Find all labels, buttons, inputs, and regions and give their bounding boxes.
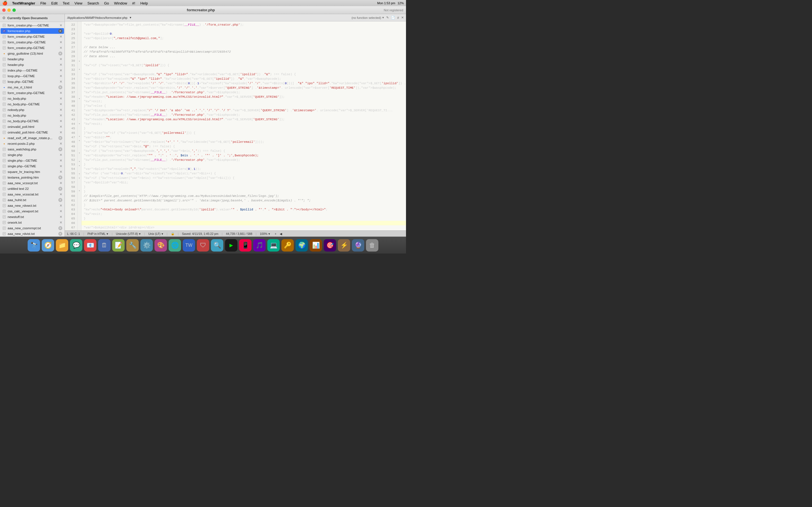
dock-app14[interactable]: 🔍 — [211, 239, 223, 251]
dock-app20[interactable]: 🌍 — [296, 239, 308, 251]
sidebar-item[interactable]: oninvalid_poll.html✕ — [1, 124, 64, 129]
sidebar-item-close[interactable]: ✕ — [59, 192, 62, 196]
sidebar-item[interactable]: aaa_new_vcsscpt.txt✕ — [1, 180, 64, 186]
minimize-button[interactable] — [7, 8, 11, 12]
close-button[interactable] — [2, 8, 6, 12]
go-menu[interactable]: Go — [102, 1, 111, 6]
dock-app22[interactable]: 🎯 — [324, 239, 336, 251]
dock-safari[interactable]: 🧭 — [42, 239, 54, 251]
sidebar-item[interactable]: ●mo_me_rt_t.html✕ — [1, 84, 64, 90]
fold-indicator[interactable]: ▾ — [78, 122, 81, 126]
sidebar-item-close[interactable]: ✕ — [59, 91, 62, 95]
fold-indicator[interactable]: ▾ — [78, 189, 81, 193]
sidebar-item[interactable]: aaa_new_rdvwct.txt✕ — [1, 203, 64, 209]
sidebar-item-close[interactable]: ✕ — [58, 187, 62, 191]
dock-textwrangler[interactable]: TW — [183, 239, 195, 251]
sidebar-item-close[interactable]: ✕ — [58, 147, 62, 151]
dock-app11[interactable]: 🌐 — [168, 239, 181, 251]
hash-menu[interactable]: #! — [130, 1, 138, 6]
sidebar-item-close[interactable]: ✕ — [58, 175, 62, 179]
code-editor[interactable]: 2223242526272829303132333435363738394041… — [65, 21, 406, 230]
sidebar-item[interactable]: ●gimp_guillotine (13).html✕ — [1, 51, 64, 56]
hash-icon[interactable]: # — [397, 16, 399, 19]
sidebar-item[interactable]: header.php✕ — [1, 56, 64, 62]
sidebar-item-close[interactable]: ✕ — [59, 68, 62, 72]
doc-icon[interactable]: 📄 — [391, 16, 395, 19]
dock-app3[interactable]: 📁 — [56, 239, 68, 251]
dock-app10[interactable]: 🎨 — [154, 239, 167, 251]
add-button[interactable]: + — [274, 232, 276, 235]
code-content[interactable]: "var">$wasphpcode="kw">file_get_contents… — [82, 21, 406, 230]
dock-trash[interactable]: 🗑 — [366, 239, 378, 251]
sidebar-item[interactable]: no_body.php--GETME✕ — [1, 101, 64, 107]
sidebar-item-close[interactable]: ✕ — [59, 170, 62, 174]
sidebar-item[interactable]: single.php---GETME✕ — [1, 158, 64, 163]
sidebar-item[interactable]: ●read_exif_off_image_rotate.p...✕ — [1, 135, 64, 141]
sidebar-item[interactable]: single.php✕ — [1, 152, 64, 158]
sidebar-item-close[interactable]: ✕ — [59, 159, 62, 163]
edit-menu[interactable]: Edit — [49, 1, 60, 6]
dock-app19[interactable]: 🔑 — [282, 239, 294, 251]
window-menu[interactable]: Window — [112, 1, 130, 6]
sidebar-item[interactable]: untitled text 22✕ — [1, 186, 64, 191]
sidebar-item[interactable]: nobody.php✕ — [1, 107, 64, 113]
sidebar-item-close[interactable]: ✕ — [59, 209, 62, 213]
fold-indicator[interactable]: ▾ — [78, 151, 81, 155]
sidebar-item-close[interactable]: ✕ — [58, 226, 62, 230]
sidebar-item[interactable]: square_hr_tracing.htm✕ — [1, 169, 64, 175]
dock-app7[interactable]: 📝 — [112, 239, 124, 251]
fold-indicator[interactable]: ▾ — [78, 97, 81, 101]
nav-left-icon[interactable]: ◀ — [280, 232, 282, 235]
fold-indicator[interactable]: ▾ — [78, 67, 81, 71]
view-menu[interactable]: View — [72, 1, 85, 6]
sidebar-item[interactable]: index.php----GETME✕ — [1, 68, 64, 73]
sidebar-item-close[interactable]: ✕ — [59, 46, 62, 50]
dock-app6[interactable]: 🗓 — [98, 239, 110, 251]
sidebar-item-close[interactable]: ✕ — [59, 97, 62, 101]
dock-app21[interactable]: 📊 — [310, 239, 322, 251]
dock-terminal[interactable]: ▶ — [225, 239, 238, 251]
dock-app8[interactable]: 🔧 — [126, 239, 139, 251]
maximize-button[interactable] — [12, 8, 16, 12]
language[interactable]: PHP in HTML ▾ — [87, 232, 108, 235]
fold-indicator[interactable]: ▾ — [78, 59, 81, 63]
sidebar-item-close[interactable]: ✕ — [59, 63, 62, 67]
sidebar-item[interactable]: form_creator.php--GETME✕ — [1, 40, 64, 45]
sidebar-item[interactable]: loop.php--GETME✕ — [1, 79, 64, 84]
text-menu[interactable]: Text — [60, 1, 71, 6]
sidebar-item[interactable]: aaa_new_cssmrmpt.txt✕ — [1, 225, 64, 231]
fold-indicator[interactable]: ▾ — [78, 172, 81, 176]
fold-indicator[interactable]: ▾ — [78, 159, 81, 164]
sidebar-item-close[interactable]: ✕ — [59, 23, 62, 27]
sidebar-item-close[interactable]: ✕ — [58, 232, 62, 236]
sidebar-item-close[interactable]: ✕ — [59, 57, 62, 61]
file-menu[interactable]: File — [38, 1, 49, 6]
sidebar-item[interactable]: Pformcreator.php✕ — [1, 28, 64, 34]
dock-app13[interactable]: 🛡 — [197, 239, 209, 251]
dock-app23[interactable]: ⚡ — [338, 239, 350, 251]
function-selector[interactable]: (no function selected) ▾ — [352, 16, 384, 19]
sidebar-item-close[interactable]: ✕ — [59, 164, 62, 168]
sidebar-item-close[interactable]: ✕ — [59, 142, 62, 146]
sidebar-item-close[interactable]: ✕ — [58, 198, 62, 202]
sidebar-item-close[interactable]: ✕ — [58, 86, 62, 89]
sidebar-item[interactable]: form_creator.php-GETME✕ — [1, 45, 64, 51]
sidebar-item[interactable]: no_body.php✕ — [1, 96, 64, 101]
encoding[interactable]: Unicode (UTF-8) ▾ — [116, 232, 141, 235]
sidebar-item[interactable]: newstuff.txt✕ — [1, 214, 64, 220]
sidebar-item-close[interactable]: ✕ — [59, 153, 62, 157]
sidebar-item-close[interactable]: ✕ — [58, 29, 62, 33]
sidebar-item-close[interactable]: ✕ — [59, 204, 62, 208]
sidebar-item[interactable]: sass_watchdog.php✕ — [1, 147, 64, 152]
fold-indicator[interactable]: ▾ — [78, 164, 81, 168]
dock-app5[interactable]: 📧 — [84, 239, 96, 251]
sidebar-item[interactable]: aaa_huhit.txt✕ — [1, 197, 64, 203]
fold-indicator[interactable]: ▾ — [78, 134, 81, 138]
sidebar-item[interactable]: css_calc_viewport.txt✕ — [1, 209, 64, 214]
dock-app4[interactable]: 💬 — [70, 239, 82, 251]
sidebar-item-close[interactable]: ✕ — [59, 102, 62, 106]
apple-menu[interactable]: 🍎 — [2, 1, 8, 6]
sidebar-item-close[interactable]: ✕ — [59, 215, 62, 219]
sidebar-item[interactable]: loop.php---GETME✕ — [1, 73, 64, 79]
sidebar-item[interactable]: oninvalid_poll.html--GETME✕ — [1, 129, 64, 135]
